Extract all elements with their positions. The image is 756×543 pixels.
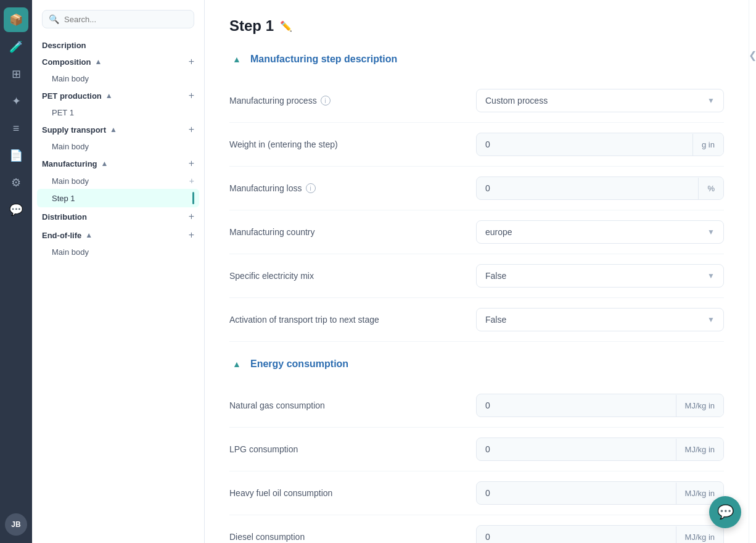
form-row-natural-gas: Natural gas consumption MJ/kg in [229,384,724,428]
pet-production-label: PET production [42,91,102,101]
nav-document[interactable]: 📄 [4,143,28,168]
nav-package[interactable]: 📦 [4,7,28,32]
form-row-weight-in: Weight in (entering the step) g in [229,123,724,167]
search-input[interactable] [64,15,187,24]
distribution-title: Distribution [42,212,87,222]
input-weight-in[interactable] [477,133,692,155]
section-header-manufacturing: ▲ Manufacturing step description [229,52,724,67]
section-header-energy: ▲ Energy consumption [229,357,724,371]
label-manufacturing-country: Manufacturing country [229,227,464,237]
form-row-manufacturing-country: Manufacturing country europe ▼ [229,210,724,254]
edit-icon[interactable]: ✏️ [280,20,292,32]
chat-bubble-button[interactable]: 💬 [709,496,741,528]
composition-add-button[interactable]: + [189,56,194,67]
pet-production-add-button[interactable]: + [189,90,194,101]
end-of-life-add-button[interactable]: + [189,230,194,241]
manufacturing-add-button[interactable]: + [189,158,194,169]
supply-transport-label: Supply transport [42,125,106,135]
unit-lpg: MJ/kg in [676,439,723,460]
sidebar: 🔍 Description Composition ▲ + Main body … [32,0,205,543]
label-natural-gas: Natural gas consumption [229,400,464,410]
manufacturing-group-header[interactable]: Manufacturing ▲ + [37,154,199,173]
sidebar-item-main-body-manufacturing[interactable]: Main body + [37,173,199,189]
select-value: False [485,315,506,325]
sidebar-item-step1[interactable]: Step 1 [37,189,199,207]
label-weight-in: Weight in (entering the step) [229,139,464,149]
distribution-group-header[interactable]: Distribution + [37,207,199,226]
select-activation-transport[interactable]: False ▼ [476,308,724,331]
sidebar-item-main-body-eol[interactable]: Main body [37,244,199,260]
manufacturing-title: Manufacturing ▲ [42,159,108,168]
control-manufacturing-country: europe ▼ [476,220,724,244]
form-row-manufacturing-loss: Manufacturing loss i % [229,167,724,210]
nav-analytics[interactable]: ✦ [4,89,28,114]
section-chevron-manufacturing[interactable]: ▲ [229,52,244,67]
info-icon-manufacturing-process[interactable]: i [321,96,331,106]
control-natural-gas: MJ/kg in [476,394,724,417]
supply-transport-add-button[interactable]: + [189,124,194,135]
collapse-right-icon[interactable]: ❮ [749,49,756,61]
chat-icon: 💬 [717,504,734,520]
manufacturing-label: Manufacturing [42,159,97,168]
sidebar-item-pet1[interactable]: PET 1 [37,105,199,120]
input-natural-gas[interactable] [477,394,676,417]
user-avatar[interactable]: JB [5,513,27,536]
sidebar-description-label: Description [32,33,204,52]
end-of-life-chevron: ▲ [85,231,92,239]
input-heavy-fuel-oil[interactable] [477,482,676,504]
form-row-electricity-mix: Specific electricity mix False ▼ [229,254,724,298]
end-of-life-label: End-of-life [42,231,81,240]
input-lpg[interactable] [477,438,676,460]
search-wrap[interactable]: 🔍 [42,10,194,28]
item-label: Main body [52,176,89,186]
distribution-add-button[interactable]: + [189,211,194,222]
input-diesel[interactable] [477,526,676,543]
input-wrap-lpg: MJ/kg in [476,437,724,461]
label-diesel: Diesel consumption [229,532,464,542]
unit-natural-gas: MJ/kg in [676,395,723,417]
unit-weight-in: g in [692,134,723,155]
sidebar-item-main-body-supply[interactable]: Main body [37,139,199,154]
select-value: Custom process [485,96,548,106]
select-manufacturing-country[interactable]: europe ▼ [476,220,724,244]
control-activation-transport: False ▼ [476,308,724,331]
item-label: Step 1 [52,194,75,203]
form-row-lpg: LPG consumption MJ/kg in [229,428,724,471]
label-manufacturing-process: Manufacturing process i [229,96,464,106]
nav-flask[interactable]: 🧪 [4,35,28,59]
sidebar-item-main-body-composition[interactable]: Main body [37,71,199,86]
nav-chat[interactable]: 💬 [4,197,28,222]
end-of-life-group-header[interactable]: End-of-life ▲ + [37,226,199,244]
select-electricity-mix[interactable]: False ▼ [476,264,724,288]
form-row-activation-transport: Activation of transport trip to next sta… [229,298,724,342]
sidebar-group-supply-transport: Supply transport ▲ + Main body [32,120,204,154]
supply-transport-group-header[interactable]: Supply transport ▲ + [37,120,199,139]
composition-label: Composition [42,57,91,67]
section-title-manufacturing: Manufacturing step description [250,54,397,65]
nav-grid[interactable]: ⊞ [4,62,28,86]
nav-settings[interactable]: ⚙ [4,170,28,195]
pet-production-group-header[interactable]: PET production ▲ + [37,86,199,105]
page-header: Step 1 ✏️ [229,17,724,35]
section-chevron-energy[interactable]: ▲ [229,357,244,371]
composition-group-header[interactable]: Composition ▲ + [37,52,199,71]
section-manufacturing-description: ▲ Manufacturing step description Manufac… [229,52,724,342]
main-body-add-icon[interactable]: + [189,176,194,186]
select-manufacturing-process[interactable]: Custom process ▼ [476,89,724,112]
end-of-life-title: End-of-life ▲ [42,231,92,240]
label-heavy-fuel-oil: Heavy fuel oil consumption [229,488,464,498]
label-activation-transport: Activation of transport trip to next sta… [229,315,464,325]
label-lpg: LPG consumption [229,444,464,454]
main-content: Step 1 ✏️ ▲ Manufacturing step descripti… [205,0,749,543]
info-icon-manufacturing-loss[interactable]: i [306,183,316,193]
input-wrap-natural-gas: MJ/kg in [476,394,724,417]
active-indicator [192,192,194,204]
control-weight-in: g in [476,133,724,156]
input-manufacturing-loss[interactable] [477,177,698,199]
distribution-label: Distribution [42,212,87,222]
nav-list[interactable]: ≡ [4,116,28,141]
section-energy-consumption: ▲ Energy consumption Natural gas consump… [229,357,724,543]
input-wrap-heavy-fuel-oil: MJ/kg in [476,481,724,505]
input-wrap-weight-in: g in [476,133,724,156]
sidebar-search-area: 🔍 [32,0,204,33]
